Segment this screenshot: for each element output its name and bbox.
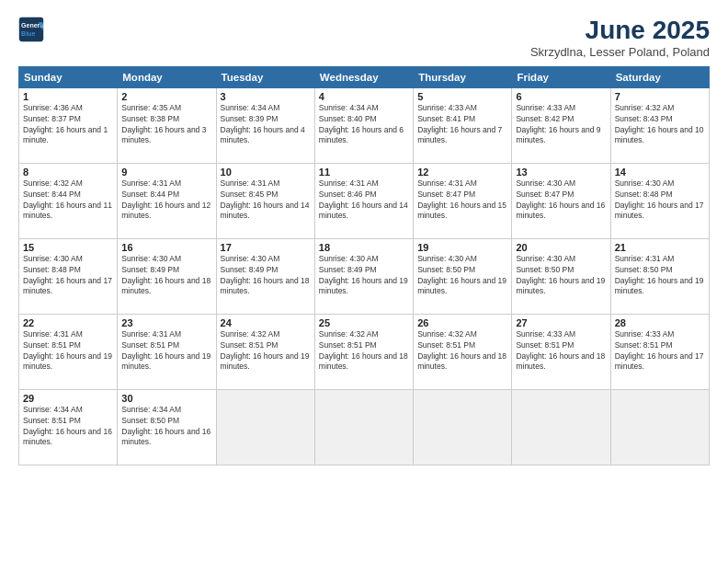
day-info: Sunrise: 4:31 AMSunset: 8:46 PMDaylight:… xyxy=(319,178,409,223)
day-number: 3 xyxy=(221,91,311,102)
day-info: Sunrise: 4:34 AMSunset: 8:51 PMDaylight:… xyxy=(23,405,113,449)
day-number: 1 xyxy=(23,91,113,102)
day-number: 15 xyxy=(23,242,113,253)
svg-text:Blue: Blue xyxy=(21,30,35,37)
calendar-week-row: 22Sunrise: 4:31 AMSunset: 8:51 PMDayligh… xyxy=(19,314,710,389)
calendar-day-cell: 5Sunrise: 4:33 AMSunset: 8:41 PMDaylight… xyxy=(414,87,512,163)
calendar-day-cell: 22Sunrise: 4:31 AMSunset: 8:51 PMDayligh… xyxy=(19,314,118,389)
calendar-day-cell: 11Sunrise: 4:31 AMSunset: 8:46 PMDayligh… xyxy=(314,163,413,238)
calendar-day-cell: 26Sunrise: 4:32 AMSunset: 8:51 PMDayligh… xyxy=(414,314,512,389)
calendar-day-cell: 21Sunrise: 4:31 AMSunset: 8:50 PMDayligh… xyxy=(610,238,709,314)
day-number: 10 xyxy=(221,167,311,178)
calendar-day-cell: 4Sunrise: 4:34 AMSunset: 8:40 PMDaylight… xyxy=(314,87,413,163)
calendar-day-cell: 9Sunrise: 4:31 AMSunset: 8:44 PMDaylight… xyxy=(118,163,216,238)
day-info: Sunrise: 4:33 AMSunset: 8:42 PMDaylight:… xyxy=(516,103,606,147)
day-number: 16 xyxy=(121,242,211,253)
calendar-day-cell xyxy=(610,389,709,465)
calendar-day-cell: 7Sunrise: 4:32 AMSunset: 8:43 PMDaylight… xyxy=(610,87,709,163)
svg-rect-0 xyxy=(19,17,43,41)
day-number: 5 xyxy=(417,91,507,102)
calendar-day-cell: 17Sunrise: 4:30 AMSunset: 8:49 PMDayligh… xyxy=(216,238,314,314)
calendar-day-cell: 18Sunrise: 4:30 AMSunset: 8:49 PMDayligh… xyxy=(314,238,413,314)
day-info: Sunrise: 4:31 AMSunset: 8:45 PMDaylight:… xyxy=(221,178,311,223)
day-info: Sunrise: 4:30 AMSunset: 8:48 PMDaylight:… xyxy=(23,254,113,298)
calendar-day-cell: 27Sunrise: 4:33 AMSunset: 8:51 PMDayligh… xyxy=(512,314,610,389)
day-info: Sunrise: 4:36 AMSunset: 8:37 PMDaylight:… xyxy=(23,103,113,147)
day-info: Sunrise: 4:31 AMSunset: 8:47 PMDaylight:… xyxy=(417,178,507,223)
weekday-header: Monday xyxy=(118,66,216,87)
calendar-day-cell: 13Sunrise: 4:30 AMSunset: 8:47 PMDayligh… xyxy=(512,163,610,238)
weekday-header: Tuesday xyxy=(216,66,314,87)
calendar-day-cell xyxy=(512,389,610,465)
calendar-day-cell: 25Sunrise: 4:32 AMSunset: 8:51 PMDayligh… xyxy=(314,314,413,389)
day-number: 20 xyxy=(516,242,606,253)
day-number: 29 xyxy=(23,393,113,404)
day-info: Sunrise: 4:32 AMSunset: 8:51 PMDaylight:… xyxy=(319,329,409,373)
calendar-day-cell xyxy=(216,389,314,465)
day-info: Sunrise: 4:33 AMSunset: 8:51 PMDaylight:… xyxy=(516,329,606,373)
day-info: Sunrise: 4:30 AMSunset: 8:48 PMDaylight:… xyxy=(615,178,705,223)
calendar-day-cell: 20Sunrise: 4:30 AMSunset: 8:50 PMDayligh… xyxy=(512,238,610,314)
day-info: Sunrise: 4:34 AMSunset: 8:50 PMDaylight:… xyxy=(121,405,211,449)
day-info: Sunrise: 4:32 AMSunset: 8:51 PMDaylight:… xyxy=(417,329,507,373)
day-number: 26 xyxy=(417,317,507,328)
weekday-header: Wednesday xyxy=(314,66,413,87)
calendar-day-cell: 24Sunrise: 4:32 AMSunset: 8:51 PMDayligh… xyxy=(216,314,314,389)
calendar-day-cell: 29Sunrise: 4:34 AMSunset: 8:51 PMDayligh… xyxy=(19,389,118,465)
day-number: 30 xyxy=(121,393,211,404)
logo-icon: General Blue xyxy=(18,17,44,42)
calendar-header-row: SundayMondayTuesdayWednesdayThursdayFrid… xyxy=(19,66,710,87)
day-number: 17 xyxy=(221,242,311,253)
day-number: 14 xyxy=(615,167,705,178)
day-info: Sunrise: 4:30 AMSunset: 8:47 PMDaylight:… xyxy=(516,178,606,223)
day-number: 8 xyxy=(23,167,113,178)
day-number: 4 xyxy=(319,91,409,102)
calendar-day-cell: 30Sunrise: 4:34 AMSunset: 8:50 PMDayligh… xyxy=(118,389,216,465)
day-number: 9 xyxy=(121,167,211,178)
day-info: Sunrise: 4:31 AMSunset: 8:51 PMDaylight:… xyxy=(23,329,113,373)
day-info: Sunrise: 4:32 AMSunset: 8:51 PMDaylight:… xyxy=(221,329,311,373)
day-number: 18 xyxy=(319,242,409,253)
calendar-day-cell: 2Sunrise: 4:35 AMSunset: 8:38 PMDaylight… xyxy=(118,87,216,163)
day-number: 23 xyxy=(121,317,211,328)
calendar-week-row: 1Sunrise: 4:36 AMSunset: 8:37 PMDaylight… xyxy=(19,87,710,163)
day-info: Sunrise: 4:30 AMSunset: 8:49 PMDaylight:… xyxy=(121,254,211,298)
weekday-header: Friday xyxy=(512,66,610,87)
page: General Blue June 2025 Skrzydlna, Lesser… xyxy=(0,0,728,563)
day-info: Sunrise: 4:33 AMSunset: 8:41 PMDaylight:… xyxy=(417,103,507,147)
day-number: 22 xyxy=(23,317,113,328)
calendar-day-cell: 10Sunrise: 4:31 AMSunset: 8:45 PMDayligh… xyxy=(216,163,314,238)
calendar-day-cell: 16Sunrise: 4:30 AMSunset: 8:49 PMDayligh… xyxy=(118,238,216,314)
day-info: Sunrise: 4:34 AMSunset: 8:40 PMDaylight:… xyxy=(319,103,409,147)
day-number: 6 xyxy=(516,91,606,102)
day-number: 11 xyxy=(319,167,409,178)
day-info: Sunrise: 4:31 AMSunset: 8:50 PMDaylight:… xyxy=(615,254,705,298)
day-info: Sunrise: 4:34 AMSunset: 8:39 PMDaylight:… xyxy=(221,103,311,147)
day-number: 12 xyxy=(417,167,507,178)
calendar-day-cell: 6Sunrise: 4:33 AMSunset: 8:42 PMDaylight… xyxy=(512,87,610,163)
weekday-header: Saturday xyxy=(610,66,709,87)
day-number: 25 xyxy=(319,317,409,328)
day-number: 2 xyxy=(121,91,211,102)
day-info: Sunrise: 4:33 AMSunset: 8:51 PMDaylight:… xyxy=(615,329,705,373)
day-info: Sunrise: 4:30 AMSunset: 8:50 PMDaylight:… xyxy=(516,254,606,298)
calendar-week-row: 15Sunrise: 4:30 AMSunset: 8:48 PMDayligh… xyxy=(19,238,710,314)
calendar-day-cell: 3Sunrise: 4:34 AMSunset: 8:39 PMDaylight… xyxy=(216,87,314,163)
day-number: 21 xyxy=(615,242,705,253)
calendar-day-cell: 8Sunrise: 4:32 AMSunset: 8:44 PMDaylight… xyxy=(19,163,118,238)
logo: General Blue xyxy=(18,17,44,42)
calendar-day-cell: 1Sunrise: 4:36 AMSunset: 8:37 PMDaylight… xyxy=(19,87,118,163)
weekday-header: Thursday xyxy=(414,66,512,87)
calendar-day-cell: 14Sunrise: 4:30 AMSunset: 8:48 PMDayligh… xyxy=(610,163,709,238)
day-info: Sunrise: 4:30 AMSunset: 8:49 PMDaylight:… xyxy=(319,254,409,298)
day-number: 13 xyxy=(516,167,606,178)
calendar-day-cell: 19Sunrise: 4:30 AMSunset: 8:50 PMDayligh… xyxy=(414,238,512,314)
calendar-day-cell: 28Sunrise: 4:33 AMSunset: 8:51 PMDayligh… xyxy=(610,314,709,389)
header: General Blue June 2025 Skrzydlna, Lesser… xyxy=(18,17,710,59)
day-number: 19 xyxy=(417,242,507,253)
calendar-day-cell xyxy=(414,389,512,465)
calendar-day-cell: 15Sunrise: 4:30 AMSunset: 8:48 PMDayligh… xyxy=(19,238,118,314)
calendar-week-row: 29Sunrise: 4:34 AMSunset: 8:51 PMDayligh… xyxy=(19,389,710,465)
calendar-day-cell: 12Sunrise: 4:31 AMSunset: 8:47 PMDayligh… xyxy=(414,163,512,238)
calendar-week-row: 8Sunrise: 4:32 AMSunset: 8:44 PMDaylight… xyxy=(19,163,710,238)
